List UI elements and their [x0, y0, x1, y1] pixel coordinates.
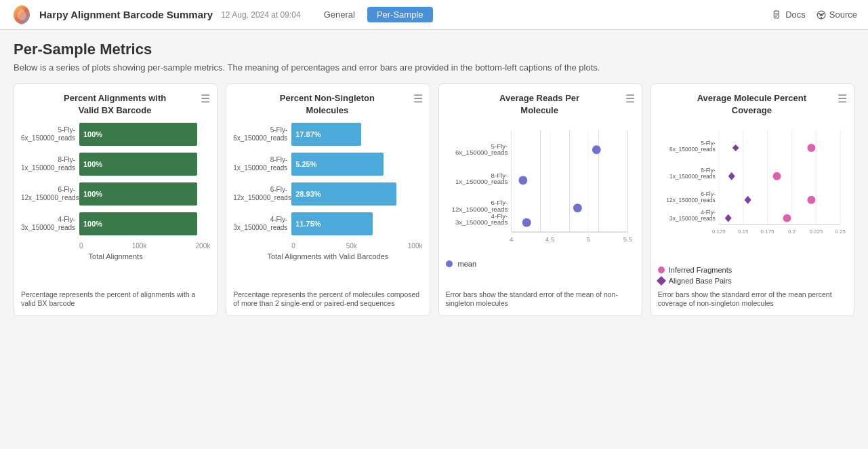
bar: 100% [79, 182, 197, 206]
header-links: Docs Source [772, 9, 857, 20]
legend-item-fragments: Inferred Fragments [658, 266, 847, 274]
chart-header-2: Percent Non-SingletonMolecules ☰ [233, 92, 422, 116]
svg-text:0.175: 0.175 [760, 229, 774, 235]
data-point-circle [807, 144, 815, 152]
chart-menu-3[interactable]: ☰ [625, 92, 635, 105]
scatter-svg-3: 4 4.5 5 5.5 5-Fly- 6x_150000_reads 8-Fly… [446, 123, 635, 254]
bar-container: 17.87% [291, 123, 422, 146]
svg-text:1x_150000_reads: 1x_150000_reads [669, 173, 716, 180]
chart-caption-1: Percentage represents the percent of ali… [21, 290, 210, 309]
source-icon [817, 10, 826, 20]
scatter-chart-3: 4 4.5 5 5.5 5-Fly- 6x_150000_reads 8-Fly… [446, 123, 635, 284]
tick: 100k [408, 242, 423, 250]
chart-header-1: Percent Alignments withValid BX Barcode … [21, 92, 210, 116]
chart-legend-3: mean [446, 260, 635, 268]
bar-container: 28.93% [291, 182, 422, 206]
x-axis-label: Total Alignments with Valid Barcodes [233, 252, 422, 260]
bar-row: 5-Fly-6x_150000_reads 100% [21, 123, 210, 146]
nav-tabs: General Per-Sample [314, 7, 773, 22]
bar-container: 100% [79, 153, 210, 176]
data-point-circle [783, 214, 791, 222]
legend-label-aligned: Aligned Base Pairs [669, 277, 732, 285]
bar-container: 100% [79, 212, 210, 235]
svg-text:12x_150000_reads: 12x_150000_reads [666, 197, 716, 203]
bar: 100% [79, 212, 197, 235]
svg-point-6 [823, 13, 824, 14]
svg-text:0.2: 0.2 [788, 229, 796, 235]
bar-label: 8-Fly-1x_150000_reads [21, 156, 75, 172]
tick: 50k [346, 242, 357, 250]
legend-diamond-aligned [657, 275, 666, 285]
svg-point-7 [821, 16, 822, 18]
bar-label: 5-Fly-6x_150000_reads [233, 126, 287, 142]
legend-label-mean: mean [458, 260, 477, 268]
tab-per-sample[interactable]: Per-Sample [367, 7, 433, 22]
tick: 0 [291, 242, 295, 250]
svg-text:3x_150000_reads: 3x_150000_reads [669, 215, 716, 222]
data-point [573, 203, 581, 212]
legend-label-fragments: Inferred Fragments [669, 266, 732, 274]
chart-menu-1[interactable]: ☰ [201, 92, 210, 105]
charts-row: Percent Alignments withValid BX Barcode … [14, 83, 854, 316]
bar-row: 4-Fly-3x_150000_reads 100% [21, 212, 210, 235]
app-title: Harpy Alignment Barcode Summary [39, 9, 213, 20]
svg-text:3x_150000_reads: 3x_150000_reads [455, 218, 507, 226]
svg-text:4: 4 [509, 235, 513, 243]
source-link[interactable]: Source [817, 9, 857, 20]
chart-card-4: Average Molecule PercentCoverage ☰ 0.1 [650, 83, 854, 316]
tab-general[interactable]: General [314, 7, 365, 22]
chart-menu-4[interactable]: ☰ [838, 92, 847, 105]
bar-container: 5.25% [291, 153, 422, 176]
chart-title-4: Average Molecule PercentCoverage [669, 92, 835, 116]
chart-header-4: Average Molecule PercentCoverage ☰ [658, 92, 847, 116]
tick: 100k [132, 242, 147, 250]
docs-link[interactable]: Docs [772, 9, 806, 20]
chart-card-2: Percent Non-SingletonMolecules ☰ 5-Fly-6… [226, 83, 430, 316]
bar-label: 6-Fly-12x_150000_reads [21, 186, 75, 202]
svg-rect-0 [774, 11, 779, 18]
svg-text:0.125: 0.125 [712, 229, 726, 235]
x-axis-ticks: 0 50k 100k [291, 242, 422, 250]
svg-text:5: 5 [586, 235, 590, 243]
bar-container: 11.75% [291, 212, 422, 235]
chart-title-2: Percent Non-SingletonMolecules [244, 92, 410, 116]
x-axis-ticks: 0 100k 200k [79, 242, 210, 250]
svg-text:4.5: 4.5 [545, 235, 554, 243]
svg-text:0.25: 0.25 [835, 229, 846, 235]
bar-row: 4-Fly-3x_150000_reads 11.75% [233, 212, 422, 235]
scatter-chart-4: 0.125 0.15 0.175 0.2 0.225 0.25 5-Fly- 6… [658, 123, 847, 284]
data-point-diamond [724, 214, 731, 222]
data-point [592, 145, 600, 154]
bar-label: 6-Fly-12x_150000_reads [233, 186, 287, 202]
chart-card-3: Average Reads PerMolecule ☰ 4 4.5 [438, 83, 642, 316]
legend-item-aligned: Aligned Base Pairs [658, 277, 847, 285]
app-header: Harpy Alignment Barcode Summary 12 Aug, … [0, 0, 868, 30]
svg-point-5 [819, 13, 820, 14]
chart-menu-2[interactable]: ☰ [413, 92, 423, 105]
tick: 200k [196, 242, 211, 250]
chart-caption-2: Percentage represents the percent of mol… [233, 290, 422, 309]
bar-container: 100% [79, 182, 210, 206]
scatter-svg-4: 0.125 0.15 0.175 0.2 0.225 0.25 5-Fly- 6… [658, 123, 847, 258]
svg-text:5.5: 5.5 [623, 235, 632, 243]
legend-circle-fragments [658, 267, 665, 273]
bar-chart-1: 5-Fly-6x_150000_reads 100% 8-Fly-1x_1500… [21, 123, 210, 284]
data-point-circle [807, 196, 815, 204]
bar: 11.75% [291, 212, 373, 235]
bar-row: 6-Fly-12x_150000_reads 28.93% [233, 182, 422, 206]
svg-text:6x_150000_reads: 6x_150000_reads [455, 149, 507, 156]
svg-text:6x_150000_reads: 6x_150000_reads [669, 146, 716, 153]
page-content: Per-Sample Metrics Below is a series of … [0, 30, 868, 327]
bar-row: 6-Fly-12x_150000_reads 100% [21, 182, 210, 206]
legend-dot-mean [446, 260, 453, 267]
bar: 100% [79, 153, 197, 176]
chart-legend-4: Inferred Fragments Aligned Base Pairs [658, 266, 847, 285]
svg-text:1x_150000_reads: 1x_150000_reads [455, 178, 507, 185]
tick: 0 [79, 242, 83, 250]
source-label: Source [829, 9, 857, 20]
svg-text:0.15: 0.15 [738, 229, 749, 235]
chart-title-3: Average Reads PerMolecule [457, 92, 623, 116]
chart-caption-4: Error bars show the standard error of th… [658, 290, 847, 309]
bar-label: 8-Fly-1x_150000_reads [233, 156, 287, 172]
data-point-diamond [728, 172, 735, 180]
